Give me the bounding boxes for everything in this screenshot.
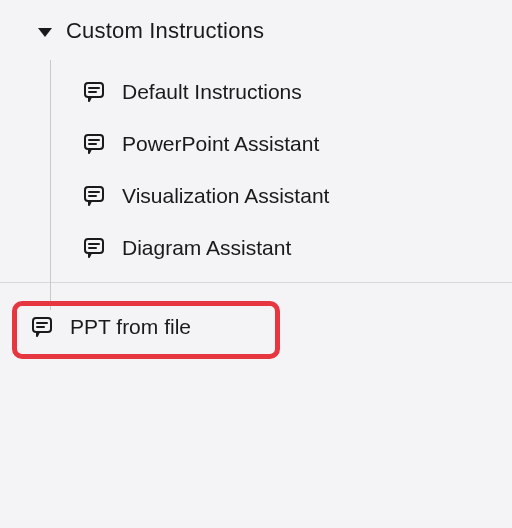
- section-header-custom-instructions[interactable]: Custom Instructions: [0, 18, 512, 44]
- list-item-label: Visualization Assistant: [122, 184, 329, 208]
- divider: [0, 282, 512, 283]
- list-item-visualization-assistant[interactable]: Visualization Assistant: [50, 170, 512, 222]
- section-title: Custom Instructions: [66, 18, 264, 44]
- svg-rect-6: [85, 187, 103, 201]
- svg-rect-3: [85, 135, 103, 149]
- list-item-label: Default Instructions: [122, 80, 302, 104]
- list-item-diagram-assistant[interactable]: Diagram Assistant: [50, 222, 512, 274]
- chat-bubble-icon: [82, 132, 106, 156]
- svg-rect-9: [85, 239, 103, 253]
- chat-bubble-icon: [82, 236, 106, 260]
- list-item-label: PowerPoint Assistant: [122, 132, 319, 156]
- list-item-powerpoint-assistant[interactable]: PowerPoint Assistant: [50, 118, 512, 170]
- chevron-down-icon: [38, 28, 52, 37]
- list-item-label: PPT from file: [70, 315, 191, 339]
- chat-bubble-icon: [82, 80, 106, 104]
- list-item-label: Diagram Assistant: [122, 236, 291, 260]
- instruction-list: Default Instructions PowerPoint Assistan…: [0, 66, 512, 274]
- svg-rect-12: [33, 318, 51, 332]
- chat-bubble-icon: [30, 315, 54, 339]
- chat-bubble-icon: [82, 184, 106, 208]
- list-item-ppt-from-file[interactable]: PPT from file: [10, 297, 502, 357]
- tree-guide-line: [50, 60, 51, 310]
- svg-rect-0: [85, 83, 103, 97]
- list-item-default-instructions[interactable]: Default Instructions: [50, 66, 512, 118]
